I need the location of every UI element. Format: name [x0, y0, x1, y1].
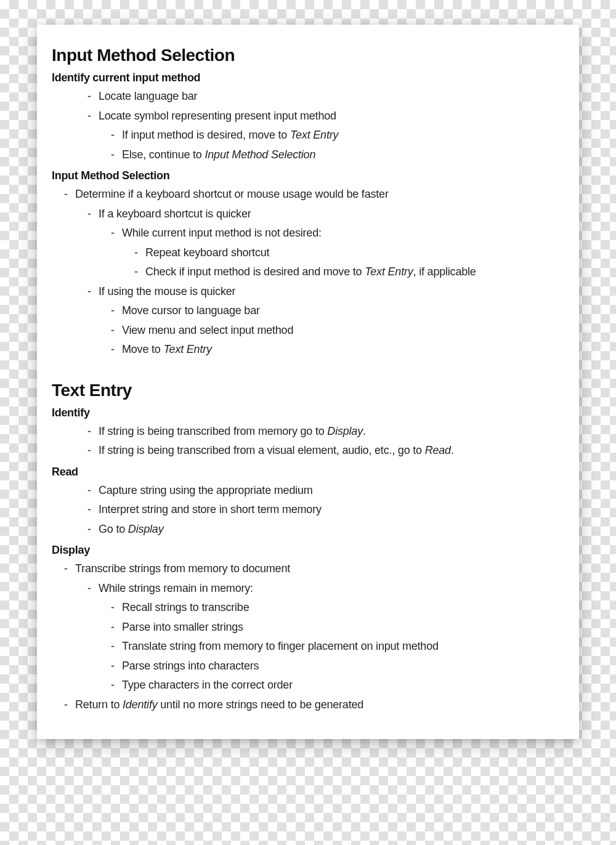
list-item: Parse into smaller strings [122, 618, 564, 637]
list-item: Move cursor to language bar [122, 301, 564, 321]
list-item: Return to Identify until no more strings… [75, 695, 564, 715]
list-item: Interpret string and store in short term… [99, 500, 564, 520]
list-item: Capture string using the appropriate med… [99, 481, 564, 501]
list-item: Locate symbol representing present input… [99, 107, 564, 165]
emphasis: Input Method Selection [205, 148, 316, 161]
section-title-text-entry: Text Entry [52, 381, 564, 400]
list-item: Parse strings into characters [122, 657, 564, 676]
list-item: If a keyboard shortcut is quicker While … [99, 204, 564, 282]
list-text: Determine if a keyboard shortcut or mous… [75, 188, 389, 200]
list-item: Determine if a keyboard shortcut or mous… [75, 185, 564, 360]
list-text: While strings remain in memory: [99, 582, 253, 594]
emphasis: Text Entry [365, 265, 413, 278]
list-item: Type characters in the correct order [122, 676, 564, 695]
list-item: If string is being transcribed from a vi… [99, 441, 564, 461]
list-text: , if applicable [413, 265, 476, 278]
list-item: If input method is desired, move to Text… [122, 126, 564, 145]
emphasis: Text Entry [290, 129, 338, 141]
list: If string is being transcribed from memo… [52, 422, 564, 461]
list: Locate language bar Locate symbol repres… [52, 87, 564, 164]
subhead-identify-current: Identify current input method [52, 71, 564, 84]
subhead-display: Display [52, 544, 564, 557]
list-item: Check if input method is desired and mov… [145, 262, 564, 282]
list-item: Transcribe strings from memory to docume… [75, 559, 564, 695]
list-item: While strings remain in memory: Recall s… [99, 579, 564, 695]
list-text: Else, continue to [122, 148, 205, 161]
emphasis: Display [128, 523, 164, 535]
list-item: If string is being transcribed from memo… [99, 422, 564, 442]
emphasis: Read [425, 444, 451, 456]
section-title-input-method: Input Method Selection [52, 46, 564, 65]
list-text: until no more strings need to be generat… [157, 698, 363, 711]
list-item: Repeat keyboard shortcut [145, 243, 564, 263]
list-text: Move to [122, 343, 163, 355]
subhead-identify: Identify [52, 406, 564, 419]
list-text: If string is being transcribed from a vi… [99, 444, 425, 456]
list-text: If a keyboard shortcut is quicker [99, 208, 251, 220]
subhead-read: Read [52, 466, 564, 479]
list: Capture string using the appropriate med… [52, 481, 564, 540]
list-text: Check if input method is desired and mov… [145, 265, 365, 278]
list-item: Move to Text Entry [122, 340, 564, 360]
emphasis: Identify [123, 698, 157, 711]
list-text: . [363, 425, 366, 437]
list-item: If using the mouse is quicker Move curso… [99, 282, 564, 360]
list-item: Else, continue to Input Method Selection [122, 145, 564, 165]
list-text: While current input method is not desire… [122, 227, 322, 239]
list-text: If using the mouse is quicker [99, 285, 235, 297]
list-text: . [451, 444, 454, 456]
list-text: Locate symbol representing present input… [99, 110, 336, 122]
list-text: If input method is desired, move to [122, 129, 290, 141]
list-item: Recall strings to transcribe [122, 598, 564, 618]
list-item: While current input method is not desire… [122, 224, 564, 282]
emphasis: Text Entry [163, 343, 211, 355]
document-card: Input Method Selection Identify current … [37, 25, 579, 739]
subhead-input-method-selection: Input Method Selection [52, 169, 564, 182]
list-text: Go to [99, 523, 128, 535]
list: Transcribe strings from memory to docume… [52, 559, 564, 714]
emphasis: Display [327, 425, 363, 437]
list: Determine if a keyboard shortcut or mous… [52, 185, 564, 360]
list-item: Translate string from memory to finger p… [122, 637, 564, 657]
list-text: Transcribe strings from memory to docume… [75, 562, 290, 575]
list-text: Return to [75, 698, 123, 711]
list-item: Locate language bar [99, 87, 564, 107]
list-text: If string is being transcribed from memo… [99, 425, 327, 437]
list-item: View menu and select input method [122, 321, 564, 341]
list-item: Go to Display [99, 520, 564, 540]
